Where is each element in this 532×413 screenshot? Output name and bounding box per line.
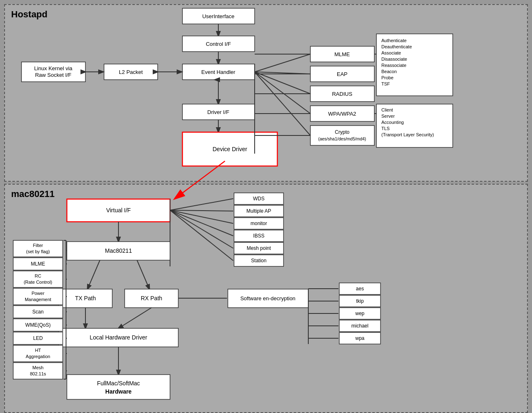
svg-line-36 bbox=[255, 72, 310, 74]
svg-text:TSF: TSF bbox=[381, 81, 390, 86]
svg-rect-98 bbox=[67, 375, 170, 399]
svg-rect-63 bbox=[67, 199, 170, 222]
svg-text:Associate: Associate bbox=[381, 50, 401, 55]
mac80211-label: mac80211 bbox=[11, 189, 54, 199]
svg-text:WDS: WDS bbox=[253, 196, 265, 202]
svg-text:michael: michael bbox=[351, 323, 368, 329]
svg-text:Power: Power bbox=[31, 291, 45, 296]
svg-text:IBSS: IBSS bbox=[253, 233, 264, 239]
svg-text:monitor: monitor bbox=[251, 221, 267, 226]
svg-line-77 bbox=[170, 199, 233, 210]
svg-line-78 bbox=[170, 210, 233, 211]
svg-line-88 bbox=[137, 260, 149, 289]
svg-rect-10 bbox=[21, 62, 85, 82]
svg-rect-67 bbox=[234, 205, 284, 217]
svg-text:Virtual I/F: Virtual I/F bbox=[106, 207, 131, 214]
svg-text:TLS: TLS bbox=[381, 126, 390, 131]
svg-text:WME(QoS): WME(QoS) bbox=[25, 322, 50, 328]
svg-rect-112 bbox=[339, 332, 381, 344]
svg-line-37 bbox=[255, 72, 310, 94]
svg-rect-65 bbox=[234, 193, 284, 204]
svg-rect-24 bbox=[310, 46, 374, 62]
svg-text:MLME: MLME bbox=[31, 261, 45, 267]
svg-rect-135 bbox=[13, 332, 63, 344]
main-container: Hostapd UserInterface Control I/F Event … bbox=[0, 0, 532, 413]
svg-rect-26 bbox=[310, 66, 374, 82]
svg-text:Filter: Filter bbox=[33, 243, 43, 248]
svg-rect-91 bbox=[125, 289, 178, 308]
svg-text:RC: RC bbox=[35, 273, 41, 278]
svg-text:Disassociate: Disassociate bbox=[381, 57, 407, 62]
svg-rect-133 bbox=[13, 319, 63, 331]
svg-rect-73 bbox=[234, 242, 284, 254]
svg-rect-120 bbox=[13, 240, 63, 257]
svg-line-39 bbox=[255, 72, 310, 135]
svg-text:Event Handler: Event Handler bbox=[201, 69, 236, 75]
svg-rect-140 bbox=[13, 363, 63, 379]
hostapd-label: Hostapd bbox=[11, 9, 47, 20]
svg-text:Hardware: Hardware bbox=[105, 388, 132, 395]
svg-text:Local Hardware Driver: Local Hardware Driver bbox=[90, 334, 147, 341]
mac80211-arrows: Virtual I/F WDS Multiple AP monitor IBSS… bbox=[5, 185, 527, 412]
svg-text:Linux Kernel via: Linux Kernel via bbox=[34, 65, 73, 71]
svg-rect-125 bbox=[13, 271, 63, 287]
svg-text:Beacon: Beacon bbox=[381, 69, 397, 74]
svg-rect-71 bbox=[234, 230, 284, 242]
svg-rect-137 bbox=[13, 345, 63, 362]
svg-text:wpa: wpa bbox=[355, 335, 364, 341]
svg-rect-46 bbox=[376, 34, 453, 96]
svg-rect-110 bbox=[339, 320, 381, 332]
mac80211-section: mac80211 Virtual I/F WDS bbox=[4, 184, 528, 413]
svg-rect-6 bbox=[182, 64, 255, 80]
svg-line-80 bbox=[170, 210, 233, 236]
svg-text:L2 Packet: L2 Packet bbox=[119, 69, 143, 75]
svg-rect-30 bbox=[310, 106, 374, 121]
svg-line-94 bbox=[118, 308, 151, 328]
svg-text:Control I/F: Control I/F bbox=[206, 41, 231, 47]
svg-text:Crypto: Crypto bbox=[335, 129, 350, 135]
svg-text:Probe: Probe bbox=[381, 75, 393, 80]
svg-rect-19 bbox=[182, 104, 255, 120]
svg-rect-131 bbox=[13, 306, 63, 318]
svg-rect-0 bbox=[182, 8, 255, 24]
svg-rect-75 bbox=[234, 255, 284, 266]
svg-line-79 bbox=[170, 210, 233, 223]
svg-text:Software en-decryption: Software en-decryption bbox=[240, 295, 296, 301]
svg-text:wep: wep bbox=[355, 311, 364, 316]
svg-text:TX Path: TX Path bbox=[75, 295, 96, 301]
svg-text:aes: aes bbox=[356, 286, 364, 292]
svg-text:(set by flag): (set by flag) bbox=[26, 249, 50, 254]
svg-text:UserInterface: UserInterface bbox=[202, 13, 234, 19]
hostapd-section: Hostapd UserInterface Control I/F Event … bbox=[4, 4, 528, 182]
svg-rect-32 bbox=[310, 126, 374, 145]
svg-rect-85 bbox=[67, 242, 170, 260]
svg-text:Station: Station bbox=[251, 258, 266, 263]
svg-line-35 bbox=[255, 54, 310, 72]
svg-rect-108 bbox=[339, 308, 381, 319]
svg-rect-69 bbox=[234, 218, 284, 229]
svg-text:Raw Socket I/F: Raw Socket I/F bbox=[35, 72, 71, 78]
svg-text:RX Path: RX Path bbox=[141, 295, 162, 301]
svg-text:Accounting: Accounting bbox=[381, 120, 404, 125]
svg-text:Aggregation: Aggregation bbox=[26, 354, 50, 359]
svg-line-82 bbox=[170, 210, 233, 261]
svg-text:MLME: MLME bbox=[334, 51, 350, 57]
svg-text:LED: LED bbox=[33, 335, 43, 341]
svg-text:Deauthenticate: Deauthenticate bbox=[381, 44, 412, 49]
svg-text:Mac80211: Mac80211 bbox=[105, 247, 132, 254]
svg-text:Authenticate: Authenticate bbox=[381, 38, 407, 43]
svg-line-87 bbox=[87, 260, 100, 289]
svg-text:tkip: tkip bbox=[356, 298, 364, 304]
svg-text:Management: Management bbox=[25, 297, 51, 302]
svg-rect-89 bbox=[59, 289, 112, 308]
svg-text:EAP: EAP bbox=[337, 71, 348, 77]
svg-text:Reassociate: Reassociate bbox=[381, 63, 407, 68]
svg-text:Device Driver: Device Driver bbox=[213, 146, 247, 152]
svg-text:Mesh point: Mesh point bbox=[247, 245, 271, 251]
svg-text:Mesh: Mesh bbox=[33, 365, 44, 370]
svg-text:Driver I/F: Driver I/F bbox=[207, 109, 229, 115]
hostapd-arrows: UserInterface Control I/F Event Handler … bbox=[5, 5, 527, 181]
svg-text:802.11s: 802.11s bbox=[30, 371, 46, 376]
svg-rect-128 bbox=[13, 288, 63, 305]
svg-rect-28 bbox=[310, 86, 374, 102]
